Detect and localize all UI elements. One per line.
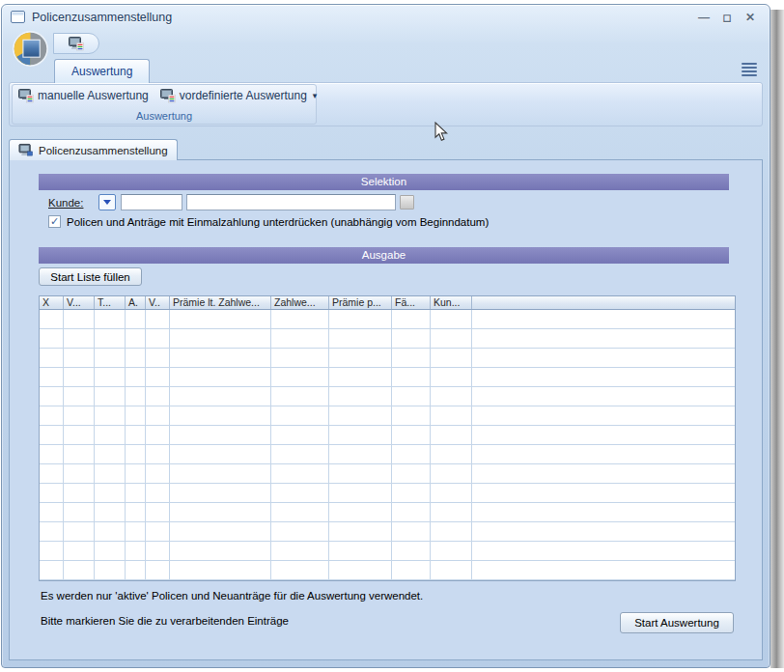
titlebar[interactable]: Policenzusammenstellung — ◻ ✕ (2, 5, 770, 30)
doc-tab-label: Policenzusammenstellung (39, 145, 168, 156)
column-header-filler (472, 296, 735, 309)
table-cell (95, 426, 126, 445)
table-cell (40, 542, 64, 561)
table-cell (392, 542, 431, 561)
table-cell-filler (472, 387, 735, 406)
table-row[interactable] (40, 503, 735, 522)
column-header-2[interactable]: V... (64, 296, 95, 309)
table-cell (329, 503, 392, 522)
column-header-1[interactable]: X (40, 296, 64, 309)
table-cell (431, 310, 472, 329)
table-cell-filler (472, 426, 735, 445)
table-cell (329, 387, 392, 406)
table-cell (271, 464, 329, 484)
kunde-code-input[interactable] (121, 194, 182, 210)
background-strip (770, 10, 784, 668)
table-cell (126, 406, 146, 426)
dropdown-caret-icon: ▾ (313, 91, 318, 100)
table-cell-filler (472, 542, 735, 561)
table-cell-filler (472, 445, 735, 464)
table-cell (271, 349, 329, 368)
table-cell (40, 387, 64, 406)
table-cell (146, 522, 170, 542)
maximize-button[interactable]: ◻ (719, 11, 735, 24)
vordefinierte-auswertung-button[interactable]: vordefinierte Auswertung ▾ (160, 88, 318, 103)
column-header-10[interactable]: Kun... (431, 296, 472, 309)
table-cell-filler (472, 349, 735, 368)
table-row[interactable] (40, 329, 735, 349)
application-button[interactable] (12, 30, 49, 68)
table-cell (392, 464, 431, 484)
table-row[interactable] (40, 406, 735, 426)
table-cell-filler (472, 368, 735, 387)
column-header-9[interactable]: Fä... (392, 296, 431, 309)
table-cell (64, 406, 95, 426)
table-cell (392, 387, 431, 406)
column-header-4[interactable]: A. (126, 296, 146, 309)
table-row[interactable] (40, 426, 735, 445)
results-table-body (40, 310, 735, 580)
table-cell (431, 561, 472, 580)
table-cell (64, 426, 95, 445)
table-cell (431, 484, 472, 503)
kunde-browse-button[interactable] (400, 195, 414, 210)
kunde-label[interactable]: Kunde: (48, 197, 83, 209)
table-cell (64, 503, 95, 522)
table-cell (431, 406, 472, 426)
table-cell (95, 329, 126, 349)
column-header-8[interactable]: Prämie p... (329, 296, 392, 309)
manuelle-auswertung-button[interactable]: manuelle Auswertung (18, 88, 149, 103)
doc-tab-policenzusammenstellung[interactable]: Policenzusammenstellung (9, 139, 178, 160)
start-liste-fuellen-button[interactable]: Start Liste füllen (39, 267, 142, 286)
tab-auswertung[interactable]: Auswertung (54, 59, 150, 83)
table-row[interactable] (40, 387, 735, 406)
table-cell (329, 349, 392, 368)
table-cell (146, 561, 170, 580)
start-auswertung-button[interactable]: Start Auswertung (620, 612, 734, 633)
table-cell (392, 406, 431, 426)
table-cell (431, 464, 472, 484)
table-cell (329, 445, 392, 464)
table-row[interactable] (40, 484, 735, 503)
table-cell (146, 368, 170, 387)
table-row[interactable] (40, 561, 735, 580)
table-cell (271, 368, 329, 387)
table-row[interactable] (40, 522, 735, 542)
table-row[interactable] (40, 349, 735, 368)
kunde-name-input[interactable] (186, 194, 396, 210)
table-cell-filler (472, 561, 735, 580)
table-cell (170, 368, 271, 387)
dropdown-arrow-icon (103, 200, 111, 205)
table-cell (392, 349, 431, 368)
table-cell (146, 310, 170, 329)
table-cell (95, 368, 126, 387)
column-header-3[interactable]: T... (95, 296, 126, 309)
table-cell (126, 445, 146, 464)
table-row[interactable] (40, 542, 735, 561)
table-row[interactable] (40, 310, 735, 329)
ribbon-menu-icon[interactable] (742, 63, 757, 76)
table-row[interactable] (40, 464, 735, 484)
table-cell (146, 484, 170, 503)
table-cell (64, 484, 95, 503)
table-cell (95, 542, 126, 561)
quick-access-report-button[interactable] (53, 33, 99, 54)
einmalzahlung-checkbox[interactable]: ✓ (48, 215, 61, 228)
column-header-6[interactable]: Prämie lt. Zahlwe... (170, 296, 271, 309)
column-header-7[interactable]: Zahlwe... (271, 296, 329, 309)
table-cell (271, 426, 329, 445)
minimize-button[interactable]: — (696, 11, 712, 24)
table-cell (431, 542, 472, 561)
kunde-dropdown-button[interactable] (98, 194, 116, 210)
table-cell (126, 561, 146, 580)
column-header-5[interactable]: V.. (146, 296, 170, 309)
table-cell (40, 445, 64, 464)
table-cell (170, 464, 271, 484)
table-cell (126, 484, 146, 503)
close-button[interactable]: ✕ (742, 11, 758, 24)
table-row[interactable] (40, 445, 735, 464)
table-row[interactable] (40, 368, 735, 387)
table-cell-filler (472, 464, 735, 484)
table-cell (146, 349, 170, 368)
table-cell-filler (472, 484, 735, 503)
